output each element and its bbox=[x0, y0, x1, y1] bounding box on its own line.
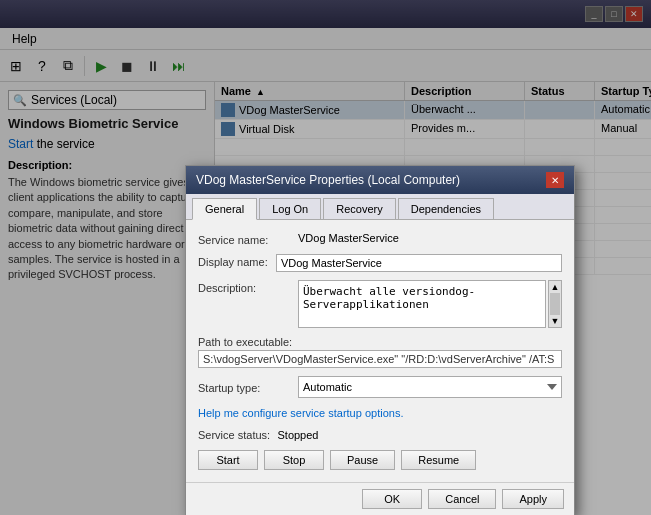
description-row: Description: Überwacht alle versiondog-S… bbox=[198, 280, 562, 328]
status-value: Stopped bbox=[277, 429, 318, 441]
startup-row: Startup type: Automatic Manual Disabled bbox=[198, 376, 562, 398]
dialog-footer: OK Cancel Apply bbox=[186, 482, 574, 515]
ok-button[interactable]: OK bbox=[362, 489, 422, 509]
service-name-row: Service name: VDog MasterService bbox=[198, 232, 562, 246]
pause-button[interactable]: Pause bbox=[330, 450, 395, 470]
dialog-title-text: VDog MasterService Properties (Local Com… bbox=[196, 173, 460, 187]
cancel-button[interactable]: Cancel bbox=[428, 489, 496, 509]
help-link-row: Help me configure service startup option… bbox=[198, 406, 562, 420]
path-label: Path to executable: bbox=[198, 336, 562, 348]
service-name-label: Service name: bbox=[198, 232, 298, 246]
service-name-value: VDog MasterService bbox=[298, 232, 562, 244]
tab-recovery[interactable]: Recovery bbox=[323, 198, 395, 219]
dialog-tabs: General Log On Recovery Dependencies bbox=[186, 194, 574, 220]
path-section: Path to executable: S:\vdogServer\VDogMa… bbox=[198, 336, 562, 368]
description-textarea[interactable]: Überwacht alle versiondog-Serverapplikat… bbox=[298, 280, 546, 328]
scrollbar[interactable]: ▲ ▼ bbox=[548, 280, 562, 328]
display-name-input[interactable] bbox=[276, 254, 562, 272]
dialog-title-bar: VDog MasterService Properties (Local Com… bbox=[186, 166, 574, 194]
apply-button[interactable]: Apply bbox=[502, 489, 564, 509]
help-link[interactable]: Help me configure service startup option… bbox=[198, 407, 403, 419]
display-name-label: Display name: bbox=[198, 254, 276, 268]
dialog-body: Service name: VDog MasterService Display… bbox=[186, 220, 574, 482]
startup-select[interactable]: Automatic Manual Disabled bbox=[298, 376, 562, 398]
tab-dependencies[interactable]: Dependencies bbox=[398, 198, 494, 219]
stop-button[interactable]: Stop bbox=[264, 450, 324, 470]
status-label: Service status: bbox=[198, 429, 270, 441]
dialog-close-button[interactable]: ✕ bbox=[546, 172, 564, 188]
tab-general[interactable]: General bbox=[192, 198, 257, 220]
tab-logon[interactable]: Log On bbox=[259, 198, 321, 219]
resume-button[interactable]: Resume bbox=[401, 450, 476, 470]
properties-dialog: VDog MasterService Properties (Local Com… bbox=[185, 165, 575, 515]
desc-wrapper: Überwacht alle versiondog-Serverapplikat… bbox=[298, 280, 562, 328]
service-action-buttons: Start Stop Pause Resume bbox=[198, 450, 562, 470]
start-button[interactable]: Start bbox=[198, 450, 258, 470]
display-name-row: Display name: bbox=[198, 254, 562, 272]
startup-label: Startup type: bbox=[198, 380, 298, 394]
path-value: S:\vdogServer\VDogMasterService.exe" "/R… bbox=[198, 350, 562, 368]
desc-label: Description: bbox=[198, 280, 298, 294]
status-section: Service status: Stopped bbox=[198, 428, 562, 442]
